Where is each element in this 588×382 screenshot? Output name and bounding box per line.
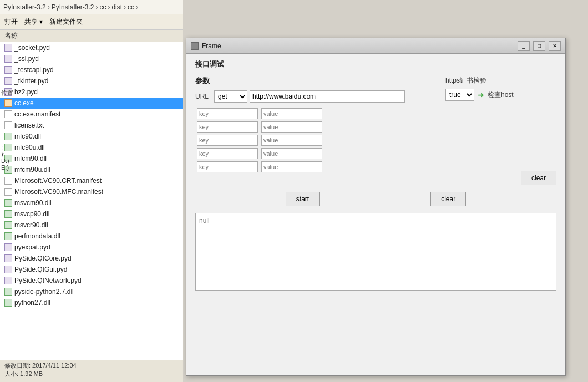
list-item[interactable]: msvcp90.dll [0, 208, 183, 220]
clear-params-button[interactable]: clear [521, 171, 556, 185]
file-icon [4, 221, 12, 229]
clear-top-area: clear [521, 171, 556, 185]
list-item[interactable]: cc.exe [0, 98, 183, 109]
breadcrumb-part2[interactable]: PyInstaller-3.2 [52, 3, 94, 11]
status-modified: 修改日期: 2017/4/11 12:04 [4, 361, 179, 370]
list-item[interactable]: pyside-python2.7.dll [0, 286, 183, 297]
check-host-label[interactable]: 检查host [488, 90, 514, 100]
file-name: perfmondata.dll [14, 232, 60, 240]
new-folder-button[interactable]: 新建文件夹 [49, 17, 83, 27]
params-label: 参数 [195, 76, 434, 86]
key-input-1[interactable] [197, 108, 258, 119]
list-item[interactable]: mfcm90u.dll [0, 164, 183, 175]
key-input-5[interactable] [197, 161, 258, 172]
list-item[interactable]: mfcm90.dll [0, 153, 183, 164]
start-button[interactable]: start [286, 192, 320, 206]
list-item[interactable]: PySide.QtNetwork.pyd [0, 275, 183, 286]
file-icon [4, 277, 12, 284]
sep3: › [108, 3, 110, 11]
file-icon [4, 232, 12, 240]
file-name: Microsoft.VC90.MFC.manifest [14, 188, 103, 196]
https-label: https证书检验 [445, 76, 486, 85]
key-input-3[interactable] [197, 135, 258, 146]
file-name: pyexpat.pyd [14, 243, 50, 251]
side-labels-drives: : ): D:) E:) [1, 144, 9, 171]
breadcrumb-part1[interactable]: PyInstaller-3.2 [3, 3, 46, 11]
list-item[interactable]: mfc90u.dll [0, 142, 183, 153]
file-name: mfcm90.dll [14, 155, 47, 162]
list-item[interactable]: pyexpat.pyd [0, 242, 183, 253]
file-name: python27.dll [14, 299, 50, 307]
https-select[interactable]: true false [445, 89, 474, 101]
list-item[interactable]: _tkinter.pyd [0, 75, 183, 86]
list-item[interactable]: python27.dll [0, 297, 183, 308]
value-input-3[interactable] [261, 135, 322, 146]
file-icon [4, 210, 12, 218]
params-right: https证书检验 true false ➜ 检查host clear [445, 76, 556, 185]
list-item[interactable]: PySide.QtCore.pyd [0, 253, 183, 264]
value-input-1[interactable] [261, 108, 322, 119]
list-item[interactable]: Microsoft.VC90.CRT.manifest [0, 175, 183, 186]
value-input-2[interactable] [261, 121, 322, 133]
minimize-button[interactable]: _ [518, 41, 530, 51]
file-icon [4, 121, 12, 129]
breadcrumb-part5[interactable]: cc [128, 3, 134, 11]
list-item[interactable]: msvcm90.dll [0, 197, 183, 208]
method-select[interactable]: get post put delete [214, 90, 247, 103]
file-name: Microsoft.VC90.CRT.manifest [14, 177, 102, 185]
url-input[interactable] [250, 90, 405, 103]
open-button[interactable]: 打开 [4, 17, 18, 27]
frame-content: 接口调试 参数 URL get post put delete [186, 54, 565, 299]
file-icon [4, 254, 12, 262]
value-input-5[interactable] [261, 161, 322, 172]
file-name: _testcapi.pyd [14, 66, 54, 74]
file-name: license.txt [14, 121, 44, 129]
value-input-4[interactable] [261, 148, 322, 159]
section-title: 接口调试 [195, 59, 556, 69]
key-input-4[interactable] [197, 148, 258, 159]
file-icon [4, 177, 12, 185]
file-name: _ssl.pyd [14, 55, 39, 63]
list-item[interactable]: msvcr90.dll [0, 220, 183, 231]
list-item[interactable]: cc.exe.manifest [0, 109, 183, 120]
key-input-2[interactable] [197, 121, 258, 133]
list-item[interactable]: mfc90.dll [0, 131, 183, 142]
side-label-position: 位置 [1, 89, 13, 97]
restore-button[interactable]: □ [533, 41, 545, 51]
https-row: true false ➜ 检查host [445, 89, 514, 101]
kv-row [195, 147, 324, 160]
explorer-toolbar: 打开 共享 ▾ 新建文件夹 [0, 14, 183, 30]
file-list[interactable]: _socket.pyd _ssl.pyd _testcapi.pyd _tkin… [0, 42, 183, 343]
file-icon [4, 66, 12, 74]
close-button[interactable]: ✕ [549, 41, 561, 51]
breadcrumb-part4[interactable]: dist [111, 3, 122, 11]
file-icon [4, 266, 12, 273]
params-left: 参数 URL get post put delete [195, 76, 434, 174]
list-item[interactable]: license.txt [0, 120, 183, 131]
file-icon [4, 288, 12, 296]
file-name: _tkinter.pyd [14, 77, 48, 85]
kv-table [195, 107, 324, 174]
list-item[interactable]: perfmondata.dll [0, 231, 183, 242]
arrow-icon: ➜ [478, 90, 484, 99]
list-item[interactable]: Microsoft.VC90.MFC.manifest [0, 186, 183, 197]
file-name: mfcm90u.dll [14, 166, 50, 174]
clear-output-button[interactable]: clear [430, 192, 466, 206]
frame-window: Frame _ □ ✕ 接口调试 参数 URL get post put del… [186, 38, 566, 376]
list-item[interactable]: _testcapi.pyd [0, 64, 183, 75]
status-size: 大小: 1.92 MB [4, 370, 179, 378]
file-icon [4, 299, 12, 307]
list-item[interactable]: PySide.QtGui.pyd [0, 264, 183, 275]
kv-row [195, 120, 324, 134]
list-item[interactable]: bz2.pyd [0, 86, 183, 98]
file-icon [4, 44, 12, 52]
kv-row [195, 107, 324, 120]
file-name: cc.exe [14, 99, 34, 107]
list-item[interactable]: _socket.pyd [0, 42, 183, 53]
list-item[interactable]: _ssl.pyd [0, 53, 183, 64]
file-name: cc.exe.manifest [14, 110, 60, 118]
file-list-header: 名称 [0, 30, 183, 42]
frame-window-icon [191, 42, 199, 50]
share-button[interactable]: 共享 ▾ [24, 17, 43, 27]
breadcrumb-part3[interactable]: cc [99, 3, 106, 11]
